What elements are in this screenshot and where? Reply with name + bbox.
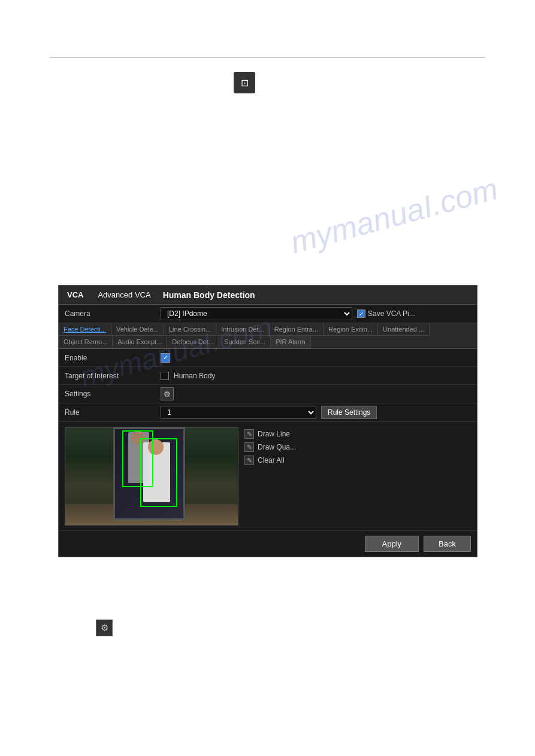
detection-tabs: Face Detecti... Vehicle Dete... Line Cro… bbox=[59, 323, 477, 349]
human-body-label: Human Body bbox=[174, 372, 215, 380]
detection-tab-sudden[interactable]: Sudden Sce... bbox=[219, 336, 271, 348]
tab-vca[interactable]: VCA bbox=[65, 289, 86, 300]
settings-row: Settings ⚙ bbox=[59, 385, 477, 403]
draw-quad-checkbox[interactable]: ✎ bbox=[244, 442, 254, 452]
detection-tab-region-entra[interactable]: Region Entra... bbox=[270, 323, 324, 336]
watermark-1: mymanuaI.com bbox=[286, 171, 501, 260]
video-scene bbox=[65, 427, 238, 525]
detection-tab-defocus[interactable]: Defocus Det... bbox=[167, 336, 219, 348]
panel-header: VCA Advanced VCA Human Body Detection bbox=[59, 286, 477, 305]
back-button[interactable]: Back bbox=[424, 536, 471, 552]
video-draw-area: ✎ Draw Line ✎ Draw Qua... ✎ Clear All bbox=[59, 422, 477, 530]
enable-content: ✓ bbox=[161, 353, 471, 363]
rule-row: Rule 1 Rule Settings bbox=[59, 403, 477, 422]
detection-tab-vehicle[interactable]: Vehicle Dete... bbox=[111, 323, 164, 336]
panel-bottom: Apply Back bbox=[59, 530, 477, 557]
draw-line-checkbox[interactable]: ✎ bbox=[244, 429, 254, 439]
toi-content: Human Body bbox=[161, 372, 471, 380]
enable-label: Enable bbox=[65, 354, 161, 362]
clear-all-checkbox[interactable]: ✎ bbox=[244, 456, 254, 465]
toi-checkbox[interactable] bbox=[161, 372, 169, 380]
apply-button[interactable]: Apply bbox=[365, 536, 419, 552]
draw-quad-label: Draw Qua... bbox=[258, 443, 296, 451]
camera-label: Camera bbox=[65, 309, 161, 318]
camera-row: Camera [D2] IPdome ✓ Save VCA Pi... bbox=[59, 305, 477, 323]
bounding-box-2 bbox=[140, 438, 177, 507]
save-vca-checkbox[interactable]: ✓ bbox=[357, 309, 365, 318]
settings-content: ⚙ bbox=[161, 387, 471, 400]
clear-all-label: Clear All bbox=[258, 456, 285, 464]
rule-settings-button[interactable]: Rule Settings bbox=[321, 406, 377, 419]
draw-tools: ✎ Draw Line ✎ Draw Qua... ✎ Clear All bbox=[244, 427, 296, 526]
draw-line-item[interactable]: ✎ Draw Line bbox=[244, 429, 296, 439]
camera-content: [D2] IPdome ✓ Save VCA Pi... bbox=[161, 307, 471, 320]
detection-tab-pir[interactable]: PIR Alarm bbox=[271, 336, 311, 348]
toi-label: Target of Interest bbox=[65, 372, 161, 380]
top-divider bbox=[50, 57, 485, 58]
settings-label: Settings bbox=[65, 390, 161, 398]
main-panel: VCA Advanced VCA Human Body Detection Ca… bbox=[58, 285, 477, 557]
clear-all-item[interactable]: ✎ Clear All bbox=[244, 456, 296, 465]
draw-quad-item[interactable]: ✎ Draw Qua... bbox=[244, 442, 296, 452]
detection-tab-audio[interactable]: Audio Except... bbox=[113, 336, 167, 348]
enable-row: Enable ✓ bbox=[59, 349, 477, 367]
rule-select[interactable]: 1 bbox=[161, 406, 316, 419]
draw-line-label: Draw Line bbox=[258, 430, 290, 438]
top-camera-icon[interactable]: ⊡ bbox=[234, 72, 255, 93]
bottom-gear-icon[interactable]: ⚙ bbox=[96, 620, 113, 636]
rule-label: Rule bbox=[65, 408, 161, 417]
enable-checkbox[interactable]: ✓ bbox=[161, 353, 170, 363]
settings-gear-icon[interactable]: ⚙ bbox=[161, 387, 174, 400]
save-vca-label: ✓ Save VCA Pi... bbox=[357, 309, 415, 318]
detection-tab-line[interactable]: Line Crossin... bbox=[164, 323, 216, 336]
toi-row: Target of Interest Human Body bbox=[59, 367, 477, 385]
detection-tab-face[interactable]: Face Detecti... bbox=[59, 323, 111, 336]
panel-title: Human Body Detection bbox=[163, 290, 255, 300]
camera-select[interactable]: [D2] IPdome bbox=[161, 307, 352, 320]
detection-tab-object[interactable]: Object Remo... bbox=[59, 336, 113, 348]
tab-advanced-vca[interactable]: Advanced VCA bbox=[95, 289, 153, 300]
rule-content: 1 Rule Settings bbox=[161, 406, 471, 419]
detection-tab-unattended[interactable]: Unattended ... bbox=[378, 323, 430, 336]
detection-tab-region-exit[interactable]: Region Exitin... bbox=[324, 323, 378, 336]
video-preview bbox=[65, 427, 238, 526]
detection-tab-intrusion[interactable]: Intrusion Det... bbox=[216, 323, 270, 336]
